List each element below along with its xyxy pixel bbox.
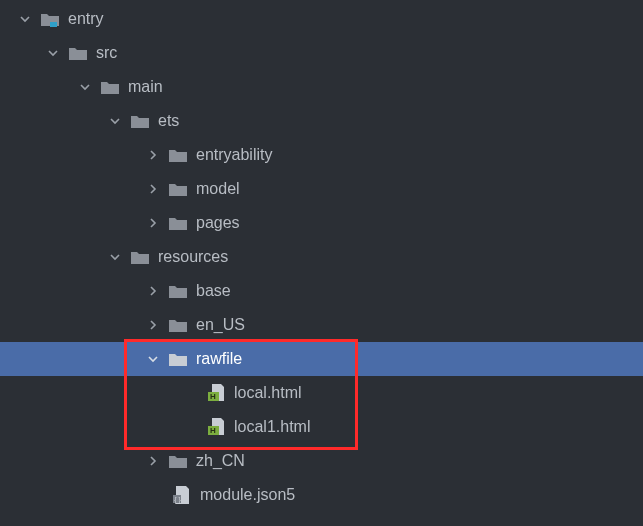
- folder-icon: [130, 111, 150, 131]
- tree-item-label: zh_CN: [196, 452, 245, 470]
- chevron-right-icon: [146, 318, 160, 332]
- module-folder-icon: [40, 9, 60, 29]
- project-tree: entry src main ets: [0, 0, 643, 512]
- tree-item-pages[interactable]: pages: [0, 206, 643, 240]
- folder-icon: [168, 349, 188, 369]
- tree-item-zh-cn[interactable]: zh_CN: [0, 444, 643, 478]
- tree-item-label: rawfile: [196, 350, 242, 368]
- tree-item-en-us[interactable]: en_US: [0, 308, 643, 342]
- chevron-down-icon: [108, 114, 122, 128]
- tree-item-module-json5[interactable]: { } module.json5: [0, 478, 643, 512]
- html-file-icon: H: [206, 417, 226, 437]
- chevron-right-icon: [146, 216, 160, 230]
- arrow-placeholder: [184, 420, 198, 434]
- tree-item-src[interactable]: src: [0, 36, 643, 70]
- arrow-placeholder: [150, 488, 164, 502]
- folder-icon: [168, 451, 188, 471]
- tree-item-label: pages: [196, 214, 240, 232]
- chevron-right-icon: [146, 182, 160, 196]
- tree-item-entryability[interactable]: entryability: [0, 138, 643, 172]
- chevron-right-icon: [146, 454, 160, 468]
- html-file-icon: H: [206, 383, 226, 403]
- tree-item-label: ets: [158, 112, 179, 130]
- svg-rect-0: [50, 22, 57, 27]
- tree-item-resources[interactable]: resources: [0, 240, 643, 274]
- folder-icon: [168, 315, 188, 335]
- folder-icon: [68, 43, 88, 63]
- chevron-down-icon: [46, 46, 60, 60]
- arrow-placeholder: [184, 386, 198, 400]
- folder-icon: [168, 281, 188, 301]
- chevron-down-icon: [108, 250, 122, 264]
- chevron-down-icon: [146, 352, 160, 366]
- folder-icon: [100, 77, 120, 97]
- tree-item-rawfile[interactable]: rawfile: [0, 342, 643, 376]
- tree-item-label: entryability: [196, 146, 272, 164]
- tree-item-local-html[interactable]: H local.html: [0, 376, 643, 410]
- folder-icon: [168, 145, 188, 165]
- tree-item-label: entry: [68, 10, 104, 28]
- tree-item-label: en_US: [196, 316, 245, 334]
- tree-item-local1-html[interactable]: H local1.html: [0, 410, 643, 444]
- svg-text:{ }: { }: [174, 496, 181, 504]
- tree-item-label: local.html: [234, 384, 302, 402]
- json5-file-icon: { }: [172, 485, 192, 505]
- tree-item-ets[interactable]: ets: [0, 104, 643, 138]
- tree-item-model[interactable]: model: [0, 172, 643, 206]
- tree-item-label: main: [128, 78, 163, 96]
- tree-item-entry[interactable]: entry: [0, 2, 643, 36]
- chevron-down-icon: [18, 12, 32, 26]
- tree-item-label: base: [196, 282, 231, 300]
- tree-item-label: local1.html: [234, 418, 310, 436]
- svg-text:H: H: [210, 426, 216, 435]
- tree-item-label: module.json5: [200, 486, 295, 504]
- tree-item-label: model: [196, 180, 240, 198]
- folder-icon: [130, 247, 150, 267]
- tree-item-label: src: [96, 44, 117, 62]
- chevron-right-icon: [146, 284, 160, 298]
- folder-icon: [168, 179, 188, 199]
- tree-item-label: resources: [158, 248, 228, 266]
- folder-icon: [168, 213, 188, 233]
- tree-item-base[interactable]: base: [0, 274, 643, 308]
- chevron-right-icon: [146, 148, 160, 162]
- svg-text:H: H: [210, 392, 216, 401]
- chevron-down-icon: [78, 80, 92, 94]
- tree-item-main[interactable]: main: [0, 70, 643, 104]
